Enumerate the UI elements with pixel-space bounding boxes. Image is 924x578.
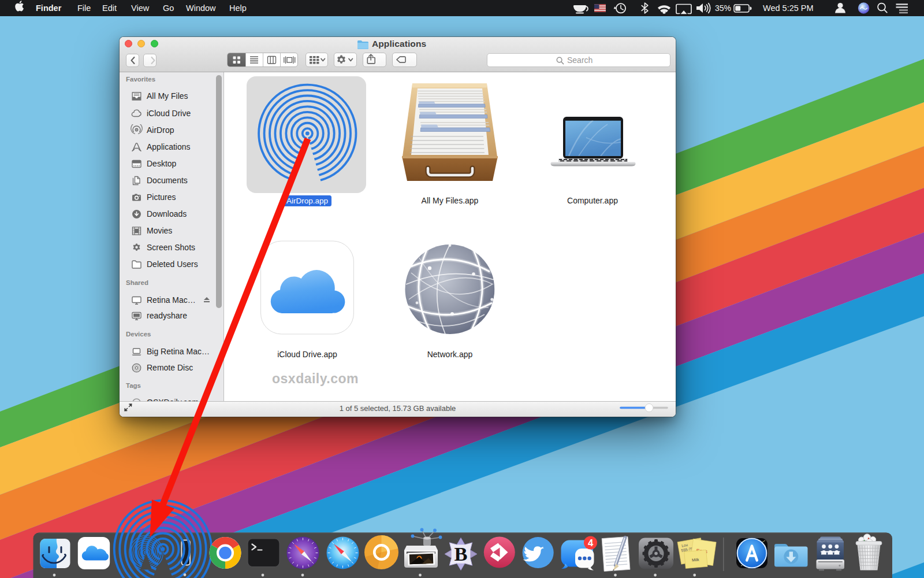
- svg-text:4: 4: [588, 538, 594, 548]
- svg-text:B: B: [454, 543, 468, 565]
- svg-text:Milk: Milk: [692, 557, 700, 562]
